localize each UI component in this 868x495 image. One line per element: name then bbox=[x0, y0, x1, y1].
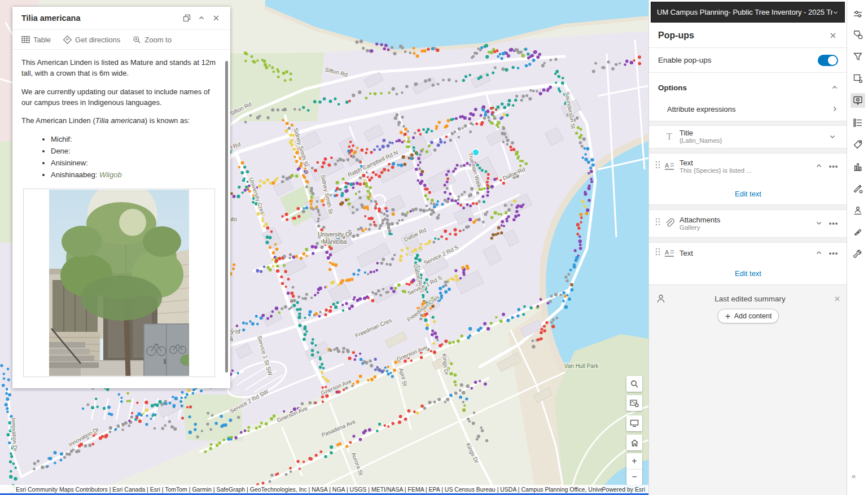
person-icon bbox=[656, 294, 666, 304]
svg-text:A: A bbox=[665, 162, 669, 169]
zoom-controls: + − bbox=[626, 453, 642, 485]
map-label: Manitoba bbox=[322, 238, 347, 245]
text-element-icon: A bbox=[663, 248, 676, 257]
forms-icon[interactable] bbox=[851, 181, 865, 196]
zoom-to-button[interactable]: Zoom to bbox=[133, 36, 172, 44]
popup-paragraph: The American Linden (Tilia americana) is… bbox=[21, 116, 217, 126]
edit-text-link[interactable]: Edit text bbox=[649, 269, 847, 278]
popup-paragraph: This American Linden is listed as Mature… bbox=[21, 58, 217, 79]
app-window: Sifton RdSifton RdDysart RdSidney Smith … bbox=[0, 0, 868, 495]
chevron-down-icon bbox=[832, 9, 839, 16]
text-element-icon: A bbox=[663, 161, 676, 170]
chevron-right-icon bbox=[831, 106, 838, 112]
list-item: Anisininew: bbox=[51, 158, 217, 169]
enable-popups-toggle[interactable] bbox=[818, 55, 838, 66]
popup-paragraph: We are currently updating our dataset to… bbox=[21, 87, 217, 108]
effects-icon[interactable] bbox=[851, 71, 865, 86]
fields-icon[interactable] bbox=[851, 115, 865, 130]
layer-selector-label: UM Campus Planning- Public Tree Inventor… bbox=[657, 8, 832, 16]
text-element-card[interactable]: A Text This {Species} is listed ... ••• bbox=[649, 154, 847, 178]
close-popup-icon[interactable] bbox=[209, 11, 223, 25]
labels-icon[interactable] bbox=[851, 137, 865, 152]
popup-title: Tilia americana bbox=[21, 14, 179, 23]
dock-icon[interactable] bbox=[179, 11, 194, 25]
chevron-up-icon[interactable] bbox=[811, 249, 827, 256]
get-directions-button[interactable]: Get directions bbox=[63, 36, 120, 44]
panel-title: Pop-ups bbox=[658, 30, 826, 41]
presentation-button[interactable] bbox=[626, 415, 642, 431]
options-section-header[interactable]: Options bbox=[649, 77, 847, 98]
popup-header: Tilia americana bbox=[12, 7, 230, 30]
options-menu-icon[interactable]: ••• bbox=[827, 249, 840, 257]
indigenous-names-list: Michif: Dene: Anisininew: Anishinaabeg: … bbox=[21, 134, 217, 180]
settings-rail: « bbox=[847, 0, 868, 495]
popup-content[interactable]: This American Linden is listed as Mature… bbox=[12, 50, 230, 388]
text-element-card[interactable]: A Text ••• bbox=[649, 243, 847, 263]
collapse-popup-icon[interactable] bbox=[194, 11, 209, 25]
attachments-card[interactable]: Attachments Gallery ••• bbox=[649, 210, 847, 236]
list-item: Michif: bbox=[51, 134, 217, 145]
chevron-up-icon[interactable] bbox=[811, 163, 827, 169]
title-card[interactable]: T Title {Latin_Names} bbox=[649, 125, 847, 148]
home-button[interactable] bbox=[626, 435, 642, 450]
sharing-icon[interactable] bbox=[851, 203, 865, 218]
chevron-down-icon[interactable] bbox=[811, 220, 827, 226]
close-icon[interactable] bbox=[834, 296, 840, 302]
editing-icon[interactable] bbox=[851, 225, 865, 240]
map-attribution: Esri Community Maps Contributors | Esri … bbox=[0, 485, 648, 493]
attribute-expressions-row[interactable]: Attribute expressions bbox=[649, 98, 847, 120]
list-item: Dene: bbox=[51, 146, 217, 157]
collapse-rail-icon[interactable]: « bbox=[852, 472, 854, 480]
enable-popups-label: Enable pop-ups bbox=[658, 56, 818, 64]
styles-icon[interactable] bbox=[851, 27, 865, 42]
edit-text-link[interactable]: Edit text bbox=[649, 190, 847, 198]
layer-selector[interactable]: UM Campus Planning- Public Tree Inventor… bbox=[651, 2, 845, 23]
plus-icon bbox=[725, 313, 731, 319]
popups-settings-panel: UM Campus Planning- Public Tree Inventor… bbox=[648, 0, 847, 495]
chevron-down-icon[interactable] bbox=[825, 133, 840, 140]
popups-icon[interactable] bbox=[851, 93, 865, 108]
directions-icon bbox=[63, 36, 72, 44]
paperclip-icon bbox=[663, 218, 676, 228]
zoom-out-button[interactable]: − bbox=[626, 470, 642, 485]
feature-popup: Tilia americana Table Get directions bbox=[12, 7, 230, 388]
last-edited-summary-label: Last edited summary bbox=[666, 295, 834, 303]
attribution-text: Esri Community Maps Contributors | Esri … bbox=[0, 486, 602, 493]
map-label: Van Hull Park bbox=[564, 363, 599, 369]
title-icon: T bbox=[663, 132, 676, 142]
svg-text:A: A bbox=[665, 249, 669, 256]
basemap-button[interactable] bbox=[626, 395, 642, 411]
popup-scrollbar[interactable] bbox=[225, 61, 228, 373]
last-edited-summary-section: Last edited summary Add content bbox=[649, 284, 847, 495]
table-icon bbox=[21, 36, 30, 43]
attachment-photo-frame[interactable] bbox=[23, 189, 215, 377]
tree-photo bbox=[49, 190, 189, 376]
powered-by-esri[interactable]: Powered by Esri bbox=[602, 486, 648, 493]
zoom-in-button[interactable]: + bbox=[626, 453, 642, 470]
filter-icon[interactable] bbox=[851, 49, 865, 64]
list-item: Anishinaabeg: Wiigob bbox=[51, 170, 217, 181]
popup-action-bar: Table Get directions Zoom to bbox=[12, 30, 230, 50]
close-panel-icon[interactable] bbox=[826, 28, 840, 43]
charts-icon[interactable] bbox=[851, 159, 865, 174]
map-search-button[interactable] bbox=[626, 376, 642, 392]
map-label: ty of bbox=[229, 328, 240, 335]
zoom-to-icon bbox=[133, 36, 141, 44]
options-menu-icon[interactable]: ••• bbox=[827, 219, 840, 227]
chevron-up-icon bbox=[831, 84, 838, 91]
add-content-button[interactable]: Add content bbox=[717, 309, 779, 323]
map-label: University Of bbox=[318, 231, 352, 238]
settings-wrench-icon[interactable] bbox=[851, 247, 865, 262]
properties-icon[interactable] bbox=[851, 7, 865, 21]
table-button[interactable]: Table bbox=[21, 36, 51, 44]
options-menu-icon[interactable]: ••• bbox=[827, 162, 840, 170]
